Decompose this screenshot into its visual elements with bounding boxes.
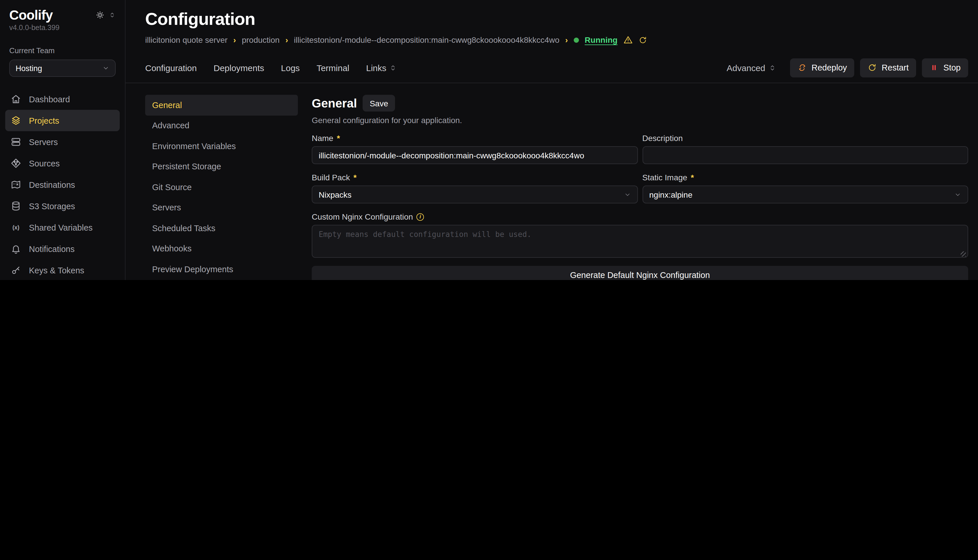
updown-icon xyxy=(769,64,776,72)
tab-label: Deployments xyxy=(213,63,264,73)
tab-logs[interactable]: Logs xyxy=(281,63,300,73)
sidebar-item-projects[interactable]: Projects xyxy=(5,110,120,132)
collapse-sidebar-icon[interactable] xyxy=(109,12,116,18)
chevron-down-icon xyxy=(102,65,109,72)
current-team-label: Current Team xyxy=(9,47,116,55)
layers-icon xyxy=(10,115,22,126)
name-input[interactable] xyxy=(312,146,638,164)
chevron-down-icon xyxy=(624,191,631,198)
redeploy-icon xyxy=(797,63,807,72)
servers-icon xyxy=(10,137,22,148)
breadcrumb-project[interactable]: illicitonion quote server xyxy=(145,35,227,45)
sidebar-item-label: Sources xyxy=(29,159,60,168)
page-title: Configuration xyxy=(145,9,968,29)
section-description: General configuration for your applicati… xyxy=(312,116,968,125)
config-nav-git-source[interactable]: Git Source xyxy=(145,177,298,197)
team-select[interactable]: Hosting xyxy=(9,60,116,77)
sidebar-item-sources[interactable]: Sources xyxy=(5,153,120,174)
config-nav-healthcheck[interactable]: Healthcheck xyxy=(145,279,298,280)
resize-handle[interactable] xyxy=(961,252,966,257)
config-submenu-item-label: Scheduled Tasks xyxy=(152,223,216,233)
config-submenu-item-label: Webhooks xyxy=(152,244,192,253)
tab-terminal[interactable]: Terminal xyxy=(317,63,349,73)
sidebar-item-servers[interactable]: Servers xyxy=(5,132,120,153)
config-submenu-item-label: Advanced xyxy=(152,121,189,130)
description-label: Description xyxy=(642,133,968,143)
description-input[interactable] xyxy=(642,146,968,164)
bell-icon xyxy=(10,243,22,255)
breadcrumb-environment[interactable]: production xyxy=(242,35,280,45)
breadcrumb-application[interactable]: illicitestonion/-module--decomposition:m… xyxy=(294,35,559,45)
stop-icon xyxy=(930,63,939,72)
stop-button[interactable]: Stop xyxy=(922,58,968,77)
config-nav-preview-deployments[interactable]: Preview Deployments xyxy=(145,259,298,279)
app-logo: Coolify xyxy=(9,8,53,23)
config-submenu: General Advanced Environment Variables P… xyxy=(145,95,298,280)
action-button-label: Stop xyxy=(943,63,961,72)
redeploy-button[interactable]: Redeploy xyxy=(790,58,854,77)
config-nav-scheduled-tasks[interactable]: Scheduled Tasks xyxy=(145,218,298,238)
breadcrumb-separator: › xyxy=(233,35,236,45)
sidebar-item-notifications[interactable]: Notifications xyxy=(5,238,120,260)
sidebar-item-dashboard[interactable]: Dashboard xyxy=(5,89,120,110)
restart-icon xyxy=(868,63,877,72)
config-submenu-item-label: General xyxy=(152,100,182,110)
status-dot xyxy=(574,37,579,42)
config-nav-advanced[interactable]: Advanced xyxy=(145,115,298,136)
build-pack-select[interactable]: Nixpacks xyxy=(312,185,638,203)
advanced-dropdown-label: Advanced xyxy=(727,63,765,73)
action-buttons: Redeploy Restart Stop xyxy=(790,58,968,77)
custom-nginx-textarea[interactable] xyxy=(312,225,968,258)
sidebar-item-s3-storages[interactable]: S3 Storages xyxy=(5,196,120,217)
main-area: Configuration illicitonion quote server … xyxy=(125,0,978,280)
breadcrumb-separator: › xyxy=(286,35,288,45)
static-image-value: nginx:alpine xyxy=(649,190,692,199)
config-submenu-item-label: Environment Variables xyxy=(152,142,236,151)
config-nav-servers[interactable]: Servers xyxy=(145,197,298,218)
status-badge[interactable]: Running xyxy=(585,35,618,45)
custom-nginx-label: Custom Nginx Configuration xyxy=(312,212,968,221)
sidebar-item-keys-tokens[interactable]: Keys & Tokens xyxy=(5,260,120,280)
config-nav-persistent-storage[interactable]: Persistent Storage xyxy=(145,156,298,177)
app-window: Coolify v4.0.0-beta.399 Current Team Hos… xyxy=(0,0,978,280)
warning-icon[interactable] xyxy=(623,35,632,45)
action-button-label: Redeploy xyxy=(811,63,847,72)
config-nav-environment-variables[interactable]: Environment Variables xyxy=(145,136,298,156)
config-nav-webhooks[interactable]: Webhooks xyxy=(145,238,298,259)
config-submenu-item-label: Git Source xyxy=(152,183,192,192)
sidebar-item-destinations[interactable]: Destinations xyxy=(5,174,120,196)
breadcrumb: illicitonion quote server › production ›… xyxy=(145,35,968,45)
app-version: v4.0.0-beta.399 xyxy=(9,24,116,32)
sidebar-item-shared-variables[interactable]: (x) Shared Variables xyxy=(5,217,120,238)
sidebar-item-label: Keys & Tokens xyxy=(29,266,84,275)
git-branch-icon xyxy=(10,158,22,169)
updown-icon xyxy=(389,64,397,72)
variables-icon: (x) xyxy=(10,222,22,233)
sidebar-item-label: Notifications xyxy=(29,245,75,254)
tab-links[interactable]: Links xyxy=(366,63,397,73)
tab-configuration[interactable]: Configuration xyxy=(145,63,197,73)
team-select-value: Hosting xyxy=(16,64,42,73)
section-title-general: General xyxy=(312,96,357,110)
info-icon[interactable] xyxy=(416,213,424,220)
svg-text:(x): (x) xyxy=(12,225,19,231)
chevron-down-icon xyxy=(954,191,961,198)
generate-nginx-button[interactable]: Generate Default Nginx Configuration xyxy=(312,266,968,280)
home-icon xyxy=(10,94,22,105)
config-nav-general[interactable]: General xyxy=(145,95,298,115)
config-submenu-item-label: Persistent Storage xyxy=(152,162,221,172)
general-form: General Save General configuration for y… xyxy=(312,95,968,280)
advanced-dropdown[interactable]: Advanced xyxy=(727,63,776,73)
tab-deployments[interactable]: Deployments xyxy=(213,63,264,73)
breadcrumb-separator: › xyxy=(565,35,568,45)
build-pack-label: Build Pack* xyxy=(312,173,638,182)
refresh-status-icon[interactable] xyxy=(638,35,647,44)
static-image-label: Static Image* xyxy=(642,173,968,182)
static-image-select[interactable]: nginx:alpine xyxy=(642,185,968,203)
theme-toggle-icon[interactable] xyxy=(95,10,105,20)
save-button[interactable]: Save xyxy=(363,95,395,112)
restart-button[interactable]: Restart xyxy=(860,58,916,77)
map-icon xyxy=(10,180,22,190)
tab-label: Configuration xyxy=(145,63,197,73)
action-button-label: Restart xyxy=(882,63,909,72)
